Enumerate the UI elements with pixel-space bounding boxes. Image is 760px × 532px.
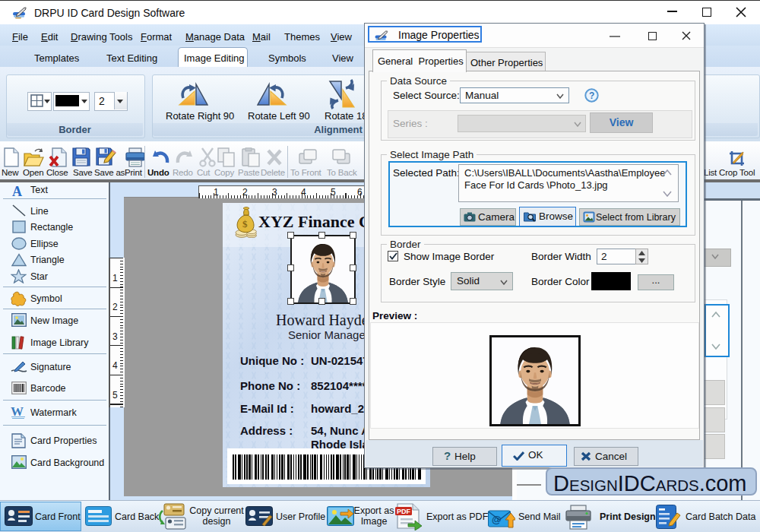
svg-text:A: A bbox=[12, 184, 22, 198]
svg-text:$: $ bbox=[242, 218, 248, 230]
svg-text:PDF: PDF bbox=[397, 508, 411, 515]
svg-text:?: ? bbox=[589, 90, 594, 101]
svg-text:@: @ bbox=[492, 514, 502, 525]
